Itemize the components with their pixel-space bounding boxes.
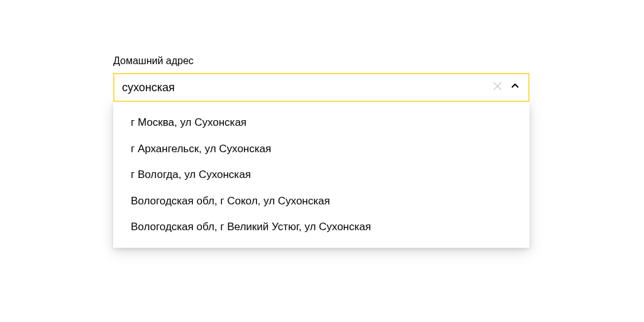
chevron-toggle[interactable] — [509, 82, 521, 93]
clear-button[interactable] — [492, 82, 503, 93]
address-input[interactable] — [122, 81, 492, 94]
suggestion-item[interactable]: Вологодская обл, г Великий Устюг, ул Сух… — [113, 214, 530, 240]
suggestion-item[interactable]: г Вологда, ул Сухонская — [113, 162, 530, 188]
chevron-up-icon — [511, 82, 519, 93]
suggestions-dropdown: г Москва, ул Сухонская г Архангельск, ул… — [113, 102, 530, 248]
address-input-wrapper[interactable] — [113, 73, 530, 102]
close-icon — [492, 81, 502, 94]
address-label: Домашний адрес — [113, 55, 530, 67]
suggestion-item[interactable]: г Архангельск, ул Сухонская — [113, 136, 530, 162]
suggestion-item[interactable]: Вологодская обл, г Сокол, ул Сухонская — [113, 188, 530, 214]
suggestion-item[interactable]: г Москва, ул Сухонская — [113, 109, 530, 136]
